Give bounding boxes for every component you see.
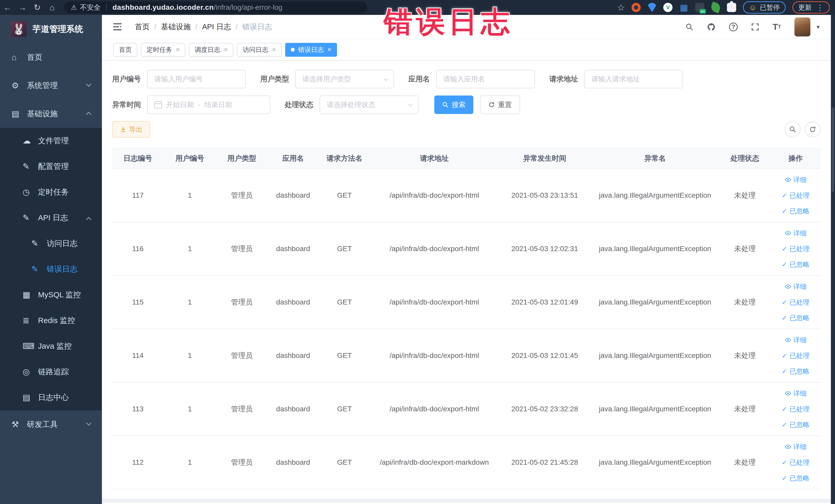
sidebar-item-redis-monitor[interactable]: ≣ Redis 监控 — [0, 308, 102, 333]
github-icon[interactable] — [707, 23, 716, 31]
exception-time-range-picker[interactable]: 开始日期 - 结束日期 — [147, 96, 270, 114]
user-type-select[interactable]: 请选择用户类型 — [295, 70, 394, 88]
reset-button[interactable]: 重置 — [480, 96, 520, 114]
sidebar-item-java-monitor[interactable]: ⌨ Java 监控 — [0, 333, 102, 359]
app-name-input[interactable]: 请输入应用名 — [436, 70, 535, 88]
security-label[interactable]: 不安全 — [80, 3, 101, 12]
sidebar-item-log-center[interactable]: ▤ 日志中心 — [0, 385, 102, 410]
bookmark-star-icon[interactable]: ☆ — [617, 2, 625, 13]
mark-ignored-link[interactable]: ✓ 已忽略 — [782, 207, 810, 216]
mark-ignored-link[interactable]: ✓ 已忽略 — [782, 420, 810, 429]
breadcrumb-home[interactable]: 首页 — [135, 22, 150, 32]
tag-error-log[interactable]: 错误日志 × — [285, 43, 337, 57]
page-scrollbar[interactable] — [831, 15, 835, 504]
cell-exception-time: 2021-05-02 23:32:28 — [498, 382, 591, 436]
detail-link[interactable]: 详细 — [785, 282, 807, 291]
url-domain[interactable]: dashboard.yudao.iocoder.cn — [113, 3, 213, 12]
breadcrumb-infra[interactable]: 基础设施 — [161, 22, 191, 32]
sidebar-item-home[interactable]: ⌂ 首页 — [0, 43, 102, 72]
profile-paused-chip[interactable]: ☺ 已暂停 — [743, 1, 786, 14]
sidebar-item-trace[interactable]: ◎ 链路追踪 — [0, 359, 102, 385]
sidebar-item-error-log[interactable]: ✎ 错误日志 — [0, 256, 102, 282]
cell-log-id: 113 — [112, 382, 163, 436]
mark-processed-link[interactable]: ✓ 已处理 — [782, 458, 810, 467]
extensions-puzzle-icon[interactable] — [727, 3, 736, 12]
timer-icon: ◷ — [23, 187, 34, 197]
main-area: 首页 / 基础设施 / API 日志 / 错误日志 ? TT ▾ 首页 — [102, 15, 831, 504]
sidebar-item-api-log[interactable]: ✎ API 日志 — [0, 205, 102, 230]
browser-menu-kebab-icon[interactable]: ⋮ — [816, 3, 824, 12]
detail-link-label: 详细 — [793, 389, 807, 398]
mark-processed-link[interactable]: ✓ 已处理 — [782, 405, 810, 414]
close-icon[interactable]: × — [328, 46, 331, 54]
sidebar-item-scheduled-jobs[interactable]: ◷ 定时任务 — [0, 179, 102, 205]
sidebar-item-access-log[interactable]: ✎ 访问日志 — [0, 230, 102, 256]
user-avatar[interactable] — [794, 18, 810, 37]
reload-icon[interactable]: ↻ — [30, 3, 45, 12]
mark-ignored-link[interactable]: ✓ 已忽略 — [782, 474, 810, 483]
sidebar-item-config-manage[interactable]: ✎ 配置管理 — [0, 154, 102, 179]
detail-link[interactable]: 详细 — [785, 389, 807, 398]
extension-icon-orange[interactable] — [631, 3, 641, 12]
cell-exception-name: java.lang.IllegalArgumentException — [591, 276, 719, 329]
detail-link[interactable]: 详细 — [785, 442, 807, 451]
address-bar[interactable]: ⚠ 不安全 dashboard.yudao.iocoder.cn /infra/… — [64, 2, 367, 13]
toggle-search-button[interactable] — [785, 121, 801, 137]
download-icon — [120, 126, 126, 133]
app-logo[interactable]: 🐰 芋道管理系统 — [0, 15, 102, 43]
search-icon[interactable] — [685, 23, 694, 31]
tag-home[interactable]: 首页 — [113, 43, 137, 57]
user-id-input[interactable]: 请输入用户编号 — [147, 70, 246, 88]
avatar-caret-icon[interactable]: ▾ — [816, 23, 820, 31]
fullscreen-icon[interactable] — [751, 23, 759, 31]
home-browser-icon[interactable]: ⌂ — [45, 3, 60, 12]
scrollbar-thumb[interactable] — [832, 107, 834, 192]
mark-processed-link[interactable]: ✓ 已处理 — [782, 244, 810, 254]
sidebar-submenu-infra: ☁ 文件管理 ✎ 配置管理 ◷ 定时任务 ✎ API 日志 ✎ 访问日志 ✎ — [0, 128, 102, 410]
sidebar-item-label: 日志中心 — [38, 392, 69, 403]
mark-ignored-link[interactable]: ✓ 已忽略 — [782, 314, 810, 322]
check-icon: ✓ — [782, 191, 788, 200]
cell-exception-name: java.lang.IllegalArgumentException — [591, 169, 719, 222]
tag-schedule-log[interactable]: 调度日志 × — [189, 43, 233, 57]
font-size-icon[interactable]: TT — [773, 22, 781, 32]
tag-access-log[interactable]: 访问日志 × — [237, 43, 281, 57]
browser-update-chip[interactable]: 更新 ⋮ — [792, 1, 830, 14]
extension-icon-grid[interactable]: ▦ — [679, 3, 688, 12]
url-path[interactable]: /infra/log/api-error-log — [214, 3, 283, 12]
mark-processed-link[interactable]: ✓ 已处理 — [782, 191, 810, 200]
sidebar-item-file-manage[interactable]: ☁ 文件管理 — [0, 128, 102, 154]
chevron-up-icon — [86, 112, 91, 117]
extension-icon-green-v[interactable]: V — [663, 3, 673, 12]
close-icon[interactable]: × — [224, 46, 228, 54]
search-button[interactable]: 搜索 — [434, 96, 473, 114]
process-status-select[interactable]: 请选择处理状态 — [320, 96, 419, 114]
extension-icon-leaf[interactable] — [710, 2, 721, 13]
mark-ignored-link[interactable]: ✓ 已忽略 — [782, 367, 810, 376]
extension-icon-shield[interactable] — [647, 3, 657, 12]
home-icon: ⌂ — [12, 53, 23, 62]
back-icon[interactable]: ← — [0, 3, 15, 12]
hamburger-icon[interactable] — [113, 23, 122, 31]
sidebar-item-system[interactable]: ⚙ 系统管理 — [0, 72, 102, 100]
mark-ignored-link[interactable]: ✓ 已忽略 — [782, 260, 810, 269]
close-icon[interactable]: × — [272, 46, 276, 54]
help-icon[interactable]: ? — [729, 23, 738, 31]
breadcrumb-api-log[interactable]: API 日志 — [202, 22, 231, 32]
mark-processed-link[interactable]: ✓ 已处理 — [782, 298, 810, 307]
forward-icon[interactable]: → — [15, 3, 30, 12]
detail-link[interactable]: 详细 — [785, 336, 807, 345]
mark-processed-link[interactable]: ✓ 已处理 — [782, 351, 810, 360]
user-id-label: 用户编号 — [112, 74, 141, 84]
sidebar-item-infra[interactable]: ▤ 基础设施 — [0, 100, 102, 128]
tag-scheduled-jobs[interactable]: 定时任务 × — [141, 43, 185, 57]
request-url-input[interactable]: 请输入请求地址 — [584, 70, 683, 88]
detail-link[interactable]: 详细 — [785, 229, 807, 238]
refresh-table-button[interactable] — [805, 121, 821, 137]
extension-icon-switch-on[interactable] — [695, 3, 704, 12]
sidebar-item-devtools[interactable]: ⚒ 研发工具 — [0, 410, 102, 439]
detail-link[interactable]: 详细 — [785, 175, 807, 184]
export-button[interactable]: 导出 — [112, 121, 150, 138]
sidebar-item-mysql-monitor[interactable]: ▦ MySQL 监控 — [0, 282, 102, 308]
close-icon[interactable]: × — [176, 46, 180, 54]
